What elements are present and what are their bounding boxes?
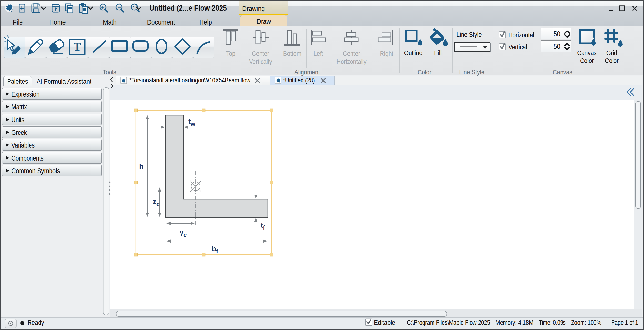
svg-text:t: t xyxy=(260,221,263,229)
svg-text:T: T xyxy=(74,41,81,53)
svg-text:t: t xyxy=(188,117,191,125)
svg-text:z: z xyxy=(153,197,156,205)
svg-text:w: w xyxy=(190,121,196,127)
svg-text:c: c xyxy=(156,201,160,207)
svg-text:y: y xyxy=(180,228,184,236)
svg-text:c: c xyxy=(184,231,186,238)
svg-text:f: f xyxy=(216,248,218,255)
svg-text:f: f xyxy=(263,224,265,231)
svg-text:b: b xyxy=(212,245,216,253)
svg-text:h: h xyxy=(139,162,144,170)
